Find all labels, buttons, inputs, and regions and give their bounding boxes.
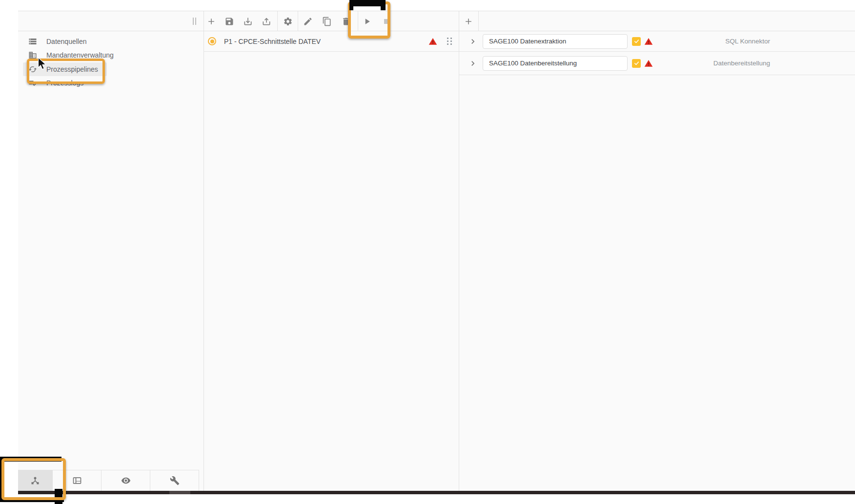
bottom-scrollbar[interactable] bbox=[18, 491, 855, 494]
save-icon bbox=[224, 17, 234, 26]
pencil-icon bbox=[303, 17, 313, 26]
step-enabled-checkbox[interactable] bbox=[632, 37, 641, 46]
annotation-black-bracket bbox=[349, 0, 386, 6]
sidebar-item-datenquellen[interactable]: Datenquellen bbox=[23, 35, 107, 48]
edit-button[interactable] bbox=[299, 11, 317, 31]
add-pipeline-button[interactable] bbox=[202, 11, 221, 31]
pipelines-panel: P1 - CPCE-Schnittstelle DATEV bbox=[204, 31, 459, 491]
pipeline-row[interactable]: P1 - CPCE-Schnittstelle DATEV bbox=[204, 31, 459, 52]
settings-button[interactable] bbox=[279, 11, 297, 31]
steps-panel: SQL Konnektor Datenbereitstellung bbox=[459, 31, 855, 491]
pipeline-radio-selected[interactable] bbox=[208, 37, 216, 45]
stop-icon bbox=[382, 17, 391, 26]
annotation-black-bracket bbox=[381, 0, 386, 10]
sidebar-item-label: Mandantenverwaltung bbox=[46, 51, 114, 59]
playlist-check-icon bbox=[28, 79, 37, 87]
pipeline-title: P1 - CPCE-Schnittstelle DATEV bbox=[224, 38, 321, 45]
wrench-icon bbox=[170, 476, 180, 485]
warning-icon bbox=[644, 37, 653, 46]
upload-icon bbox=[262, 17, 271, 26]
delete-button[interactable] bbox=[337, 11, 355, 31]
toolbar-separator bbox=[478, 11, 479, 31]
chevron-right-icon bbox=[468, 59, 478, 68]
step-type-label: Datenbereitstellung bbox=[674, 60, 770, 67]
sidebar-item-label: Datenquellen bbox=[46, 38, 87, 45]
export-button[interactable] bbox=[257, 11, 276, 31]
sidebar-item-label: Prozesslogs bbox=[46, 79, 83, 87]
play-icon bbox=[362, 17, 372, 26]
building-icon bbox=[28, 51, 37, 60]
sidebar-item-mandantenverwaltung[interactable]: Mandantenverwaltung bbox=[23, 48, 107, 62]
annotation-black-bracket bbox=[0, 457, 4, 502]
sidebar: Datenquellen Mandantenverwaltung Prozess… bbox=[18, 31, 204, 491]
step-enabled-checkbox[interactable] bbox=[632, 59, 641, 68]
import-button[interactable] bbox=[239, 11, 257, 31]
download-icon bbox=[243, 17, 253, 26]
toolbar-row bbox=[18, 11, 855, 31]
annotation-black-bracket bbox=[349, 0, 353, 10]
app-screenshot: Datenquellen Mandantenverwaltung Prozess… bbox=[0, 0, 855, 504]
step-type-label: SQL Konnektor bbox=[674, 38, 770, 45]
plus-icon bbox=[464, 17, 473, 26]
copy-icon bbox=[322, 17, 332, 26]
sidebar-bottom-tabbar bbox=[18, 470, 199, 491]
drag-handle-icon[interactable] bbox=[447, 38, 454, 45]
expand-step-button[interactable] bbox=[468, 37, 478, 46]
step-name-input[interactable] bbox=[483, 56, 628, 71]
gear-icon bbox=[283, 17, 293, 26]
warning-icon bbox=[644, 59, 653, 68]
step-name-input[interactable] bbox=[483, 34, 628, 49]
storage-icon bbox=[28, 37, 37, 46]
tab-panel-layout[interactable] bbox=[53, 470, 102, 491]
tab-preview[interactable] bbox=[102, 470, 150, 491]
toolbar-separator bbox=[298, 11, 298, 31]
device-hub-icon bbox=[30, 476, 40, 485]
stop-pipeline-button[interactable] bbox=[377, 11, 396, 31]
sync-icon bbox=[28, 65, 37, 74]
sidebar-item-label: Prozesspipelines bbox=[46, 65, 98, 73]
annotation-black-bracket bbox=[0, 497, 64, 502]
expand-step-button[interactable] bbox=[468, 59, 478, 68]
add-step-button[interactable] bbox=[459, 11, 478, 31]
eye-icon bbox=[121, 476, 131, 485]
sidebar-item-prozesspipelines[interactable]: Prozesspipelines bbox=[23, 62, 107, 76]
panel-resize-handle[interactable] bbox=[193, 18, 197, 25]
warning-icon bbox=[428, 37, 438, 46]
scrollbar-thumb[interactable] bbox=[169, 491, 190, 494]
step-row: Datenbereitstellung bbox=[459, 52, 855, 75]
sidebar-item-prozesslogs[interactable]: Prozesslogs bbox=[23, 76, 107, 90]
tab-tools[interactable] bbox=[150, 470, 199, 491]
app-window: Datenquellen Mandantenverwaltung Prozess… bbox=[18, 11, 855, 491]
trash-icon bbox=[341, 17, 351, 26]
panel-layout-icon bbox=[72, 476, 82, 485]
step-row: SQL Konnektor bbox=[459, 31, 855, 52]
chevron-right-icon bbox=[468, 37, 478, 46]
plus-icon bbox=[206, 17, 216, 26]
run-pipeline-button[interactable] bbox=[358, 11, 376, 31]
copy-button[interactable] bbox=[318, 11, 336, 31]
tab-process-tree[interactable] bbox=[18, 470, 53, 491]
save-button[interactable] bbox=[220, 11, 239, 31]
toolbar-separator bbox=[277, 11, 278, 31]
